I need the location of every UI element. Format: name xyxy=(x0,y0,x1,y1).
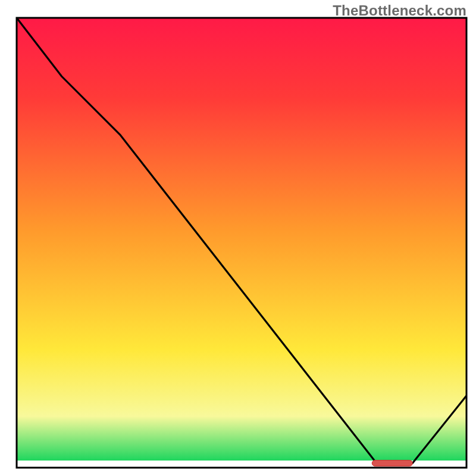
bottleneck-chart xyxy=(0,0,476,476)
plot-background xyxy=(17,18,466,461)
optimal-range-marker xyxy=(372,460,412,466)
chart-container: TheBottleneck.com xyxy=(0,0,476,476)
